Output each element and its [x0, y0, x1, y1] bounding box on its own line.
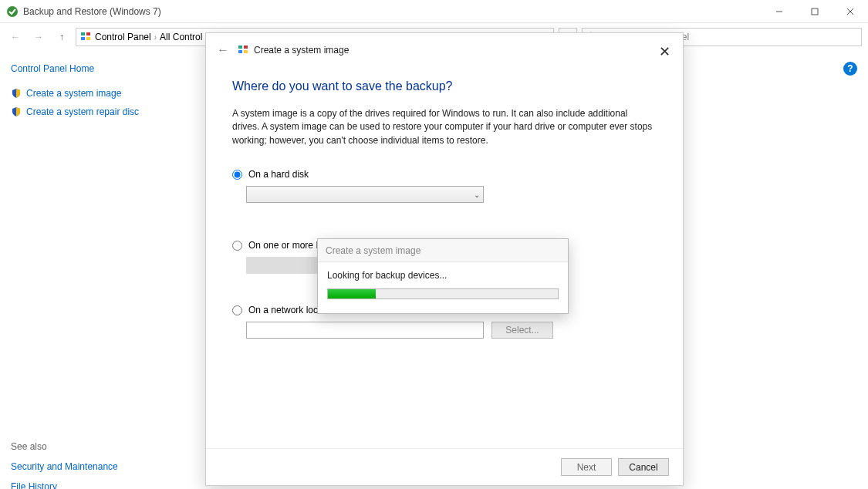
svg-rect-12	[244, 46, 248, 49]
svg-rect-6	[86, 32, 90, 35]
wizard-next-button[interactable]: Next	[561, 458, 612, 476]
app-icon	[6, 5, 19, 18]
progress-status-text: Looking for backup devices...	[327, 270, 559, 281]
maximize-button[interactable]	[797, 0, 833, 23]
sidebar: Control Panel Home Create a system image…	[0, 51, 170, 489]
svg-rect-5	[81, 32, 85, 35]
radio-dvds-input[interactable]	[232, 241, 242, 251]
breadcrumb-part[interactable]: Control Panel	[95, 32, 151, 42]
titlebar: Backup and Restore (Windows 7)	[0, 0, 868, 23]
svg-rect-11	[238, 46, 242, 49]
sidebar-task-create-repair-disc[interactable]: Create a system repair disc	[11, 106, 159, 117]
svg-rect-2	[812, 8, 818, 15]
wizard-close-button[interactable]: ✕	[652, 39, 677, 64]
see-also-link-filehistory[interactable]: File History	[11, 481, 159, 489]
wizard-question: Where do you want to save the backup?	[232, 79, 657, 93]
nav-forward-button[interactable]: →	[29, 28, 48, 46]
radio-hard-disk[interactable]: On a hard disk	[232, 169, 657, 180]
wizard-cancel-button[interactable]: Cancel	[618, 458, 669, 476]
svg-point-0	[7, 6, 18, 17]
wizard-back-button[interactable]: ←	[217, 43, 229, 57]
network-location-field[interactable]	[246, 322, 484, 339]
window-title: Backup and Restore (Windows 7)	[23, 6, 161, 17]
sidebar-item-label: Create a system image	[26, 88, 121, 99]
radio-hard-disk-label: On a hard disk	[248, 169, 309, 180]
progress-bar	[327, 288, 559, 299]
svg-rect-8	[86, 37, 90, 40]
svg-rect-13	[238, 50, 242, 53]
svg-rect-7	[81, 37, 85, 40]
svg-rect-14	[244, 50, 248, 53]
hard-disk-combo[interactable]: ⌄	[246, 186, 484, 203]
nav-back-button[interactable]: ←	[6, 28, 25, 46]
see-also-header: See also	[11, 441, 159, 452]
control-panel-icon	[79, 30, 92, 45]
help-button[interactable]: ?	[843, 62, 857, 76]
nav-up-button[interactable]: ↑	[52, 28, 71, 46]
wizard-description: A system image is a copy of the drives r…	[232, 107, 657, 147]
progress-fill	[328, 289, 376, 298]
wizard-title-text: Create a system image	[254, 45, 349, 56]
chevron-down-icon: ⌄	[474, 191, 480, 199]
radio-hard-disk-input[interactable]	[232, 170, 242, 180]
progress-popup: Create a system image Looking for backup…	[317, 238, 569, 314]
sidebar-item-label: Create a system repair disc	[26, 106, 139, 117]
shield-icon	[11, 88, 22, 99]
see-also-link-security[interactable]: Security and Maintenance	[11, 461, 159, 472]
wizard-app-icon	[237, 43, 249, 58]
shield-icon	[11, 106, 22, 117]
radio-network-input[interactable]	[232, 305, 242, 315]
select-network-button[interactable]: Select...	[491, 322, 553, 339]
sidebar-task-create-system-image[interactable]: Create a system image	[11, 88, 159, 99]
chevron-right-icon: ›	[154, 33, 157, 42]
progress-title: Create a system image	[318, 239, 568, 262]
minimize-button[interactable]	[762, 0, 797, 23]
control-panel-home-link[interactable]: Control Panel Home	[11, 63, 159, 74]
close-button[interactable]	[833, 0, 868, 23]
